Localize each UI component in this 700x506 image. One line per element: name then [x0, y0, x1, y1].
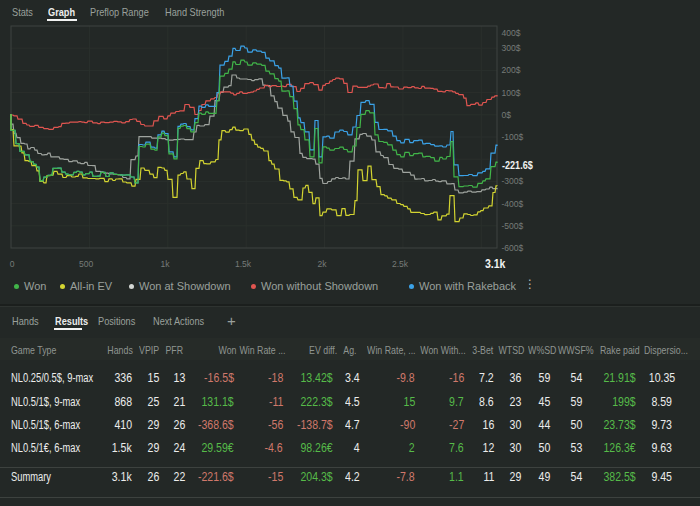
- svg-text:200$: 200$: [502, 65, 521, 76]
- svg-text:-221.6$: -221.6$: [502, 159, 533, 171]
- svg-text:-100$: -100$: [502, 132, 524, 143]
- svg-text:0: 0: [10, 259, 15, 270]
- svg-text:500: 500: [79, 259, 93, 270]
- svg-text:100$: 100$: [502, 87, 521, 98]
- svg-text:-300$: -300$: [502, 176, 524, 187]
- svg-text:0$: 0$: [502, 109, 511, 120]
- svg-text:2k: 2k: [317, 259, 326, 270]
- svg-text:-500$: -500$: [502, 220, 524, 231]
- svg-text:1k: 1k: [160, 259, 169, 270]
- svg-text:400$: 400$: [502, 28, 521, 39]
- svg-text:3.1k: 3.1k: [485, 257, 506, 270]
- svg-text:-600$: -600$: [502, 243, 524, 254]
- svg-text:1.5k: 1.5k: [235, 259, 252, 270]
- svg-text:2.5k: 2.5k: [392, 259, 409, 270]
- svg-text:-400$: -400$: [502, 198, 524, 209]
- svg-text:300$: 300$: [502, 43, 521, 54]
